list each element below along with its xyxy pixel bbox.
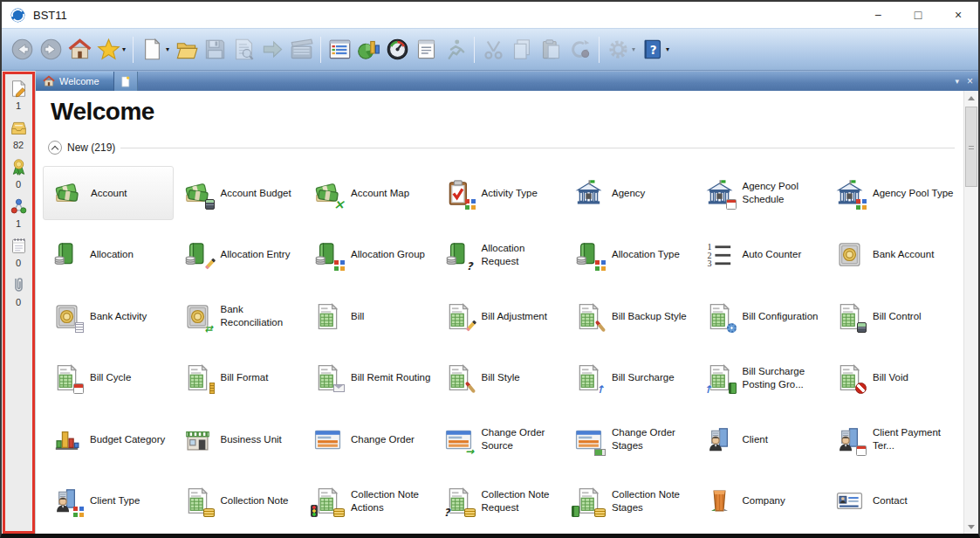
grid-item[interactable]: Bill Void [826,351,956,405]
maximize-button[interactable]: □ [898,2,938,28]
dropdown-caret-icon[interactable]: ▾ [666,45,669,53]
grid-item[interactable]: Budget Category [43,412,174,466]
dropdown-caret-icon[interactable]: ▾ [122,45,126,53]
grid-item[interactable]: Agency [565,166,696,220]
dropdown-caret-icon[interactable]: ▾ [166,45,169,53]
grid-item[interactable]: Bill Adjustment [435,289,565,343]
grid-item[interactable]: Account Map [304,166,435,220]
refresh-icon [568,38,592,61]
grid-item-label: Allocation Group [351,248,425,261]
grid-item[interactable]: Bill Cycle [43,351,174,405]
safe-arrows-icon [183,302,212,331]
form-arrow-icon [444,425,473,454]
new-tab-button[interactable] [114,72,138,91]
up-badge-icon [594,383,606,394]
new-document-button[interactable]: ▾ [138,33,172,66]
sidebar-item-attachment[interactable]: 0 [10,276,28,307]
toolbar-separator [320,37,321,63]
window-title: BST11 [33,9,67,22]
scroll-up-button[interactable] [964,91,978,106]
grid-item[interactable]: Bill Surcharge [565,351,696,405]
squares-badge-icon [73,507,84,517]
grid-item[interactable]: Agency Pool Type [826,166,956,220]
grid-item[interactable]: Collection Note Actions [304,474,435,528]
bill-posting-group-icon [705,363,734,392]
dashboard-button[interactable] [383,33,412,66]
count-badge: 1 [16,100,21,111]
grid-item[interactable]: Bill Remit Routing [304,351,435,405]
grid-item[interactable]: Account Budget [174,166,305,220]
grid-item[interactable]: Account [43,166,174,220]
close-button[interactable]: × [938,2,978,28]
grid-item[interactable]: Allocation Group [304,228,435,282]
help-button[interactable]: ?▾ [638,33,672,66]
grid-item[interactable]: Collection Note Request [435,474,565,528]
grid-item[interactable]: Change Order Source [435,412,565,466]
grid-item[interactable]: Allocation Request [435,228,565,282]
chart-button[interactable] [354,33,383,66]
grid-item[interactable]: Bank Account [826,228,956,282]
tab-overflow-icon[interactable]: ▾ [955,77,959,86]
notes-button[interactable] [412,33,441,66]
grid-item-label: Bill Surcharge Posting Gro... [743,365,825,391]
sidebar-item-notepad[interactable]: 0 [10,237,28,268]
grid-item[interactable]: Bill Control [826,289,956,343]
grid-item[interactable]: 123Auto Counter [696,228,826,282]
grid-item-label: Bank Activity [90,310,147,323]
bill-envelope-icon [313,363,342,392]
grid-item[interactable]: Client [696,412,826,466]
scroll-down-button[interactable] [964,519,978,534]
grid-item[interactable]: Change Order [304,412,435,466]
grid-item[interactable]: Collection Note [174,474,305,528]
grid-item[interactable]: Bill Configuration [696,289,826,343]
grid-item[interactable]: Client Type [43,474,174,528]
grid-item[interactable]: Bill Backup Style [565,289,696,343]
grid-item[interactable]: Activity Type [435,166,565,220]
grid-item[interactable]: Business Unit [174,412,305,466]
traffic-badge-icon [311,505,318,517]
grid-item[interactable]: Collection Note Stages [565,474,696,528]
scrollbar-thumb[interactable] [965,107,977,187]
garrow-badge-icon [464,445,476,456]
dropdown-caret-icon[interactable]: ▾ [632,45,635,53]
tab-close-icon[interactable]: × [967,75,973,87]
grid-item[interactable]: Change Order Stages [565,412,696,466]
grid-item[interactable]: Agency Pool Schedule [696,166,826,220]
new-tab-icon [119,75,132,88]
grid-item[interactable]: Company [696,474,826,528]
list-view-button[interactable] [326,33,354,66]
grid-item[interactable]: Bill [304,289,435,343]
collapse-section-button[interactable] [48,141,62,155]
list-badge-icon [75,322,84,333]
grid-item[interactable]: Allocation Type [565,228,696,282]
tab-welcome[interactable]: Welcome [36,72,114,91]
grid-item-label: Account [91,187,127,200]
open-button[interactable] [172,33,201,66]
grid-item[interactable]: Bill Surcharge Posting Gro... [696,351,826,405]
grid-item[interactable]: Bank Activity [43,289,174,343]
bill-coins-icon [183,486,212,515]
sidebar-item-approval[interactable]: 0 [10,158,28,190]
grid-item[interactable]: Bank Reconciliation [174,289,305,343]
sidebar-item-inbox[interactable]: 82 [10,119,28,150]
home-button[interactable] [65,33,94,66]
grid-item-label: Allocation [90,248,134,261]
grid-item-label: Bill Adjustment [482,310,547,323]
grid-item-label: Client Payment Ter... [873,426,955,452]
grid-item[interactable]: Bill Format [174,351,305,405]
sidebar-item-workflow[interactable]: 1 [10,197,28,229]
forward-button[interactable] [37,33,65,66]
grid-item[interactable]: Bill Style [435,351,565,405]
calc-badge-icon [205,199,215,210]
back-button[interactable] [8,33,37,66]
minimize-button[interactable]: − [858,2,898,28]
sidebar-item-edit-document[interactable]: 1 [10,79,28,111]
favorites-button[interactable]: ▾ [94,33,128,66]
grid-item[interactable]: Allocation Entry [174,228,305,282]
grid-item[interactable]: Allocation [43,228,174,282]
grid-item[interactable]: Contact [826,474,956,528]
open-icon [175,38,198,61]
grid-item[interactable]: Client Payment Ter... [826,412,956,466]
grid-item-label: Bill Control [873,310,922,323]
question-badge-icon [442,506,453,517]
